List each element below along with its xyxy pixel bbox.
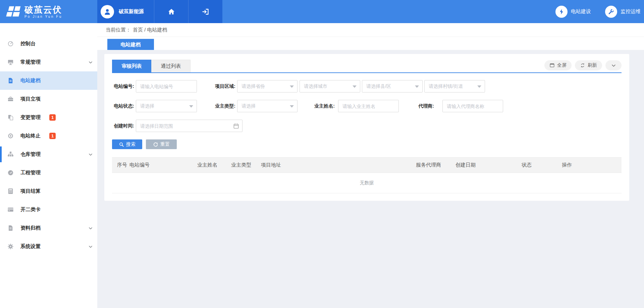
sidebar-item-label: 控制台 [20, 41, 36, 47]
wrench-icon [605, 6, 617, 18]
owner-type-placeholder: 请选择 [241, 103, 256, 109]
date-range-input[interactable] [136, 120, 242, 132]
city-placeholder: 请选择城市 [304, 83, 327, 89]
sidebar-item-station-termination[interactable]: 电站终止 1 [0, 127, 97, 145]
document-icon [7, 77, 14, 84]
badge-count: 1 [49, 114, 56, 121]
county-placeholder: 请选择县/区 [366, 83, 391, 89]
gear-icon [7, 243, 14, 250]
sidebar-item-engineering-mgmt[interactable]: 工程管理 [0, 164, 97, 182]
chevron-down-icon [88, 244, 93, 249]
brand-title: 破茧云伏 [24, 5, 62, 14]
station-archive-panel: 审核列表 通过列表 全屏 [104, 54, 629, 201]
sidebar-item-label: 电站建档 [20, 77, 41, 84]
dropdown-arrow-icon [353, 85, 357, 88]
reset-button[interactable]: 重置 [146, 139, 177, 149]
fullscreen-icon [549, 63, 555, 68]
county-select[interactable]: 请选择县/区 [362, 80, 423, 93]
empty-row: 无数据 [112, 173, 622, 193]
sidebar-item-label: 系统设置 [20, 243, 41, 250]
nav-monitor-ops[interactable]: 监控运维 [605, 6, 641, 18]
user-menu[interactable]: 破茧新能源 [97, 0, 154, 23]
sidebar: 控制台 常规管理 [0, 23, 97, 308]
filter-form: 电站编号: 项目区域: 请选择省份 请选择城市 [112, 80, 622, 149]
sidebar-item-general-mgmt[interactable]: 常规管理 [0, 53, 97, 71]
sidebar-item-change-mgmt[interactable]: 变更管理 1 [0, 108, 97, 127]
user-icon [103, 8, 111, 16]
page-tab-strip: 电站建档 [97, 37, 644, 50]
town-select[interactable]: 请选择村镇/街道 [424, 80, 485, 93]
card-icon [7, 206, 14, 213]
dropdown-arrow-icon [189, 105, 193, 108]
brand-logo: 破茧云伏 Po Jian Yun Fu [0, 0, 97, 23]
station-no-input[interactable] [136, 80, 197, 93]
page-tab-station-archive[interactable]: 电站建档 [107, 39, 154, 50]
owner-name-label: 业主姓名: [313, 103, 335, 109]
search-label: 搜索 [126, 141, 136, 147]
chevron-down-icon [88, 226, 93, 231]
sidebar-item-station-archive[interactable]: 电站建档 [0, 71, 97, 90]
col-service-agent: 服务代理商 [416, 158, 455, 173]
sidebar-item-open-type2-card[interactable]: 开二类卡 [0, 200, 97, 219]
sidebar-item-project-initiation[interactable]: 项目立项 [0, 90, 97, 108]
form-row-2: 电站状态: 请选择 业主类型: 请选择 业主姓名: [112, 100, 622, 112]
province-select[interactable]: 请选择省份 [237, 80, 298, 93]
form-row-1: 电站编号: 项目区域: 请选择省份 请选择城市 [112, 80, 622, 93]
nav-monitor-ops-label: 监控运维 [621, 8, 641, 15]
dropdown-arrow-icon [415, 85, 419, 88]
date-range-picker[interactable] [136, 120, 243, 132]
agent-input[interactable] [442, 100, 503, 112]
breadcrumb-path[interactable]: 首页 / 电站建档 [133, 27, 167, 33]
col-project-address: 项目地址 [261, 158, 416, 173]
fullscreen-label: 全屏 [557, 62, 567, 68]
nav-station-build[interactable]: 电站建设 [555, 6, 591, 18]
collapse-toggle-button[interactable] [605, 60, 622, 70]
brand-logo-icon [6, 5, 21, 18]
station-status-select[interactable]: 请选择 [136, 100, 197, 112]
main-area: 当前位置： 首页 / 电站建档 电站建档 审核列表 通过列表 [97, 23, 644, 308]
brand-subtitle: Po Jian Yun Fu [24, 15, 62, 18]
status-placeholder: 请选择 [140, 103, 154, 109]
home-button[interactable] [154, 0, 188, 23]
target-icon [7, 133, 14, 139]
created-time-label: 创建时间: [112, 123, 134, 129]
sidebar-item-label: 变更管理 [20, 114, 41, 121]
col-owner-type: 业主类型 [231, 158, 261, 173]
monitor-icon [7, 59, 14, 65]
sidebar-item-project-settlement[interactable]: 项目结算 [0, 182, 97, 200]
lightning-icon [555, 6, 568, 18]
logout-button[interactable] [188, 0, 222, 23]
form-actions: 搜索 重置 [112, 139, 622, 149]
tab-review-list[interactable]: 审核列表 [112, 60, 151, 72]
active-hover-bar [0, 146, 2, 162]
company-name: 破茧新能源 [119, 8, 144, 15]
station-no-label: 电站编号: [112, 83, 134, 89]
calendar-icon [233, 123, 239, 130]
sign-out-icon [202, 8, 210, 16]
search-button[interactable]: 搜索 [112, 139, 142, 149]
sidebar-item-console[interactable]: 控制台 [0, 35, 97, 53]
table-header-row: 序号 电站编号 业主姓名 业主类型 项目地址 服务代理商 创建日期 状态 操作 [112, 158, 622, 173]
reset-label: 重置 [160, 141, 170, 147]
sidebar-item-label: 项目立项 [20, 96, 41, 102]
fullscreen-button[interactable]: 全屏 [544, 60, 572, 70]
tab-approved-list[interactable]: 通过列表 [151, 60, 191, 72]
badge-count: 1 [49, 133, 56, 139]
col-status: 状态 [522, 158, 562, 173]
briefcase-icon [7, 96, 14, 102]
col-owner-name: 业主姓名 [197, 158, 231, 173]
sidebar-item-label: 开二类卡 [20, 206, 41, 213]
province-placeholder: 请选择省份 [241, 83, 265, 89]
header-spacer [222, 0, 541, 23]
refresh-button[interactable]: 刷新 [575, 60, 602, 70]
sidebar-item-data-archive[interactable]: 资料归档 [0, 219, 97, 237]
station-status-label: 电站状态: [112, 103, 134, 109]
sidebar-item-warehouse-mgmt[interactable]: 仓库管理 [0, 145, 97, 164]
owner-type-select[interactable]: 请选择 [237, 100, 298, 112]
search-icon [119, 142, 124, 147]
owner-name-input[interactable] [338, 100, 399, 112]
city-select[interactable]: 请选择城市 [300, 80, 360, 93]
agent-label: 代理商: [412, 103, 434, 109]
sidebar-item-system-settings[interactable]: 系统设置 [0, 237, 97, 256]
sidebar-item-label: 工程管理 [20, 170, 41, 176]
